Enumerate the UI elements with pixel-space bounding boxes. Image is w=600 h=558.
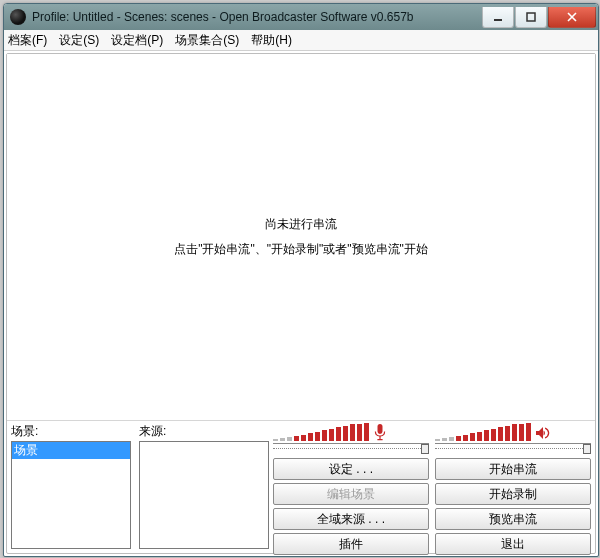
scenes-label: 场景:: [11, 423, 131, 440]
maximize-button[interactable]: [515, 7, 547, 28]
close-button[interactable]: [548, 7, 596, 28]
app-window: Profile: Untitled - Scenes: scenes - Ope…: [3, 3, 599, 557]
speaker-icon[interactable]: [533, 425, 551, 441]
menu-scene-sets[interactable]: 场景集合(S): [175, 32, 239, 49]
menubar: 档案(F) 设定(S) 设定档(P) 场景集合(S) 帮助(H): [4, 30, 598, 51]
mic-meter: [273, 423, 429, 444]
volume-sliders: [273, 444, 591, 454]
minimize-button[interactable]: [482, 7, 514, 28]
speaker-meter: [435, 423, 591, 444]
scenes-listbox[interactable]: 场景: [11, 441, 131, 549]
menu-settings[interactable]: 设定(S): [59, 32, 99, 49]
window-title: Profile: Untitled - Scenes: scenes - Ope…: [32, 10, 481, 24]
start-record-button[interactable]: 开始录制: [435, 483, 591, 505]
microphone-icon[interactable]: [371, 423, 389, 441]
exit-button[interactable]: 退出: [435, 533, 591, 555]
controls-panel: 设定 . . . 开始串流 编辑场景 开始录制 全域来源 . . . 预览串流 …: [273, 421, 595, 553]
list-item[interactable]: 场景: [12, 442, 130, 459]
sources-label: 来源:: [139, 423, 269, 440]
preview-stream-button[interactable]: 预览串流: [435, 508, 591, 530]
menu-help[interactable]: 帮助(H): [251, 32, 292, 49]
scenes-panel: 场景: 场景: [7, 421, 135, 553]
client-area: 尚未进行串流 点击"开始串流"、"开始录制"或者"预览串流"开始 场景: 场景 …: [6, 53, 596, 554]
sources-panel: 来源:: [135, 421, 273, 553]
sources-listbox[interactable]: [139, 441, 269, 549]
app-icon: [10, 9, 26, 25]
plugins-button[interactable]: 插件: [273, 533, 429, 555]
speaker-volume-slider[interactable]: [435, 444, 591, 454]
edit-scene-button[interactable]: 编辑场景: [273, 483, 429, 505]
global-sources-button[interactable]: 全域来源 . . .: [273, 508, 429, 530]
svg-rect-0: [494, 19, 502, 21]
settings-button[interactable]: 设定 . . .: [273, 458, 429, 480]
menu-file[interactable]: 档案(F): [8, 32, 47, 49]
mic-volume-slider[interactable]: [273, 444, 429, 454]
control-buttons: 设定 . . . 开始串流 编辑场景 开始录制 全域来源 . . . 预览串流 …: [273, 458, 591, 555]
preview-area: 尚未进行串流 点击"开始串流"、"开始录制"或者"预览串流"开始: [7, 54, 595, 420]
preview-status-line-2: 点击"开始串流"、"开始录制"或者"预览串流"开始: [174, 241, 428, 258]
preview-status-line-1: 尚未进行串流: [265, 216, 337, 233]
bottom-panel: 场景: 场景 来源:: [7, 420, 595, 553]
window-buttons: [481, 7, 596, 27]
svg-rect-1: [527, 13, 535, 21]
menu-profiles[interactable]: 设定档(P): [111, 32, 163, 49]
titlebar: Profile: Untitled - Scenes: scenes - Ope…: [4, 4, 598, 30]
audio-meters: [273, 423, 591, 444]
start-stream-button[interactable]: 开始串流: [435, 458, 591, 480]
